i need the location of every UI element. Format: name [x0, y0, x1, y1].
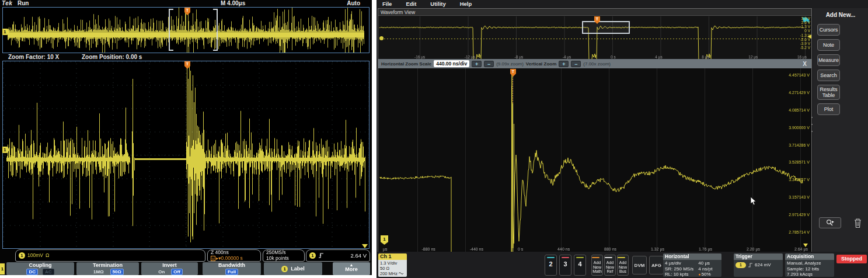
channel-color-strip	[618, 257, 625, 258]
mouse-cursor	[750, 196, 757, 206]
side-panel-buttons: CursorsNoteMeasureSearchResults TablePlo…	[813, 18, 868, 115]
voltage-tick-label: -5.2 V	[800, 46, 810, 50]
h-zoom-label: Horizontal Zoom Scale	[381, 61, 431, 67]
right-zoom-waveform[interactable]	[378, 68, 811, 252]
zoom-bracket-right[interactable]	[213, 9, 218, 51]
side-panel-button[interactable]: Search	[817, 70, 840, 81]
bandwidth-full-chip[interactable]: Full	[225, 269, 238, 275]
zoom-readout: Z 400ns u▸▾0.00000 s	[207, 249, 261, 262]
acq-count: 7.293 kAcqs	[787, 272, 832, 277]
waveform-view-panel: Waveform View T ◀ 3.9 V2.6 V1.3 V0 V-1.3…	[378, 8, 812, 252]
h-scale: 4 μs/div	[665, 260, 693, 266]
trigger-panel[interactable]: Trigger 1 624 mV	[734, 253, 783, 277]
coupling-ac-chip[interactable]: AC	[43, 269, 54, 275]
coupling-button[interactable]: Coupling DC AC	[6, 262, 74, 275]
zoom-position-readout: u▸▾0.00000 s	[211, 256, 243, 262]
trigger-title: Trigger	[734, 253, 783, 260]
h-window: 40 μs	[698, 260, 712, 266]
time-tick-label: 2.64 μs	[794, 247, 808, 251]
menu-item[interactable]: Utility	[430, 1, 445, 7]
acquisition-state: Run	[18, 0, 29, 6]
label-button[interactable]: 1 Label	[264, 262, 322, 275]
zoom-toolbar: Horizontal Zoom Scale 440.00 ns/div + − …	[378, 59, 811, 68]
afg-button[interactable]: AFG	[649, 256, 664, 274]
h-record-length: RL: 10 kpts	[665, 272, 693, 277]
left-oscilloscope-display: Tek Run M 4.00μs Auto 1 T Zoom Factor: 1…	[0, 0, 372, 275]
zoom-info-bar: Zoom Factor: 10 X Zoom Position: 0.00 s	[0, 54, 372, 61]
zoom-mode-button[interactable]	[819, 217, 841, 228]
voltage-tick-label: -3.9 V	[800, 41, 810, 46]
channel-button-4[interactable]: 4	[574, 255, 586, 276]
coupling-dc-chip[interactable]: DC	[26, 269, 38, 275]
acquisition-panel[interactable]: Acquisition Manual, Analyze Sample: 12 b…	[785, 253, 834, 277]
invert-off-chip[interactable]: Off	[171, 269, 183, 275]
menu-item[interactable]: Help	[460, 1, 472, 7]
v-zoom-in-button[interactable]: +	[559, 61, 569, 67]
channel-1-badge-panel[interactable]: Ch 1 1.3 V/div 50 Ω 200 MHz	[378, 253, 407, 277]
overview-voltage-axis: 3.9 V2.6 V1.3 V0 V-1.3 V-2.6 V-3.9 V-5.2…	[800, 16, 810, 50]
button-label: Add New Bus	[619, 260, 627, 273]
v-zoom-out-button[interactable]: −	[571, 61, 581, 67]
trigger-level: 624 mV	[755, 262, 771, 268]
voltage-tick-label: 3.9 V	[801, 16, 810, 20]
add-button-add-new-ref[interactable]: Add New Ref	[604, 255, 616, 276]
button-label: 4	[578, 260, 581, 267]
invert-on-chip[interactable]: On	[156, 269, 166, 274]
trash-icon[interactable]	[853, 218, 862, 228]
trigger-readout: 1 2.64 V	[306, 249, 370, 262]
side-panel-button[interactable]: Plot	[817, 103, 840, 115]
bandwidth-label: Bandwidth	[203, 263, 261, 268]
bandwidth-icon	[399, 272, 403, 275]
side-panel-button[interactable]: Measure	[817, 54, 840, 66]
trigger-mode: Auto	[347, 0, 360, 6]
h-zoom-out-button[interactable]: −	[484, 61, 494, 67]
termination-button[interactable]: Termination 1MΩ 50Ω	[76, 262, 139, 275]
horizontal-panel[interactable]: Horizontal 4 μs/div SR: 250 MS/s RL: 10 …	[663, 253, 721, 277]
tek-logo: Tek	[2, 0, 12, 6]
zoom-bracket-left[interactable]	[169, 9, 173, 51]
right-zoom-window[interactable]: T 4.457143 V4.271429 V4.085714 V3.900000…	[378, 68, 811, 252]
invert-button[interactable]: Invert On Off	[141, 262, 198, 275]
channel-button-2[interactable]: 2	[545, 255, 557, 276]
magnifier-icon	[825, 219, 835, 227]
acquisition-readout: 250MS/s 10k points	[263, 249, 305, 262]
voltage-tick-label: 2.971429 V	[789, 213, 810, 217]
menu-item[interactable]: File	[382, 1, 392, 7]
side-panel-button[interactable]: Note	[817, 39, 840, 51]
channel-color-strip	[562, 257, 569, 258]
button-label: 3	[563, 260, 567, 267]
right-overview-window[interactable]: T ◀	[378, 16, 811, 59]
v-zoom-label: Vertical Zoom	[526, 61, 556, 67]
side-panel-button[interactable]: Cursors	[817, 24, 840, 36]
h-position: ●50%	[698, 272, 712, 277]
bandwidth-button[interactable]: Bandwidth Full	[203, 262, 261, 275]
add-button-add-new-math[interactable]: Add New Math	[591, 255, 603, 276]
time-tick-label: 440 ns	[557, 247, 570, 251]
side-panel-button[interactable]: Results Table	[817, 85, 840, 100]
left-overview-waveform	[3, 8, 369, 53]
add-button-add-new-bus[interactable]: Add New Bus	[617, 255, 629, 276]
time-tick-label: 0 s	[518, 247, 523, 251]
menu-item[interactable]: Edit	[406, 1, 416, 7]
voltage-tick-label: 4.271429 V	[789, 91, 810, 95]
button-label: 2	[549, 260, 552, 267]
dvm-button[interactable]: DVM	[632, 256, 647, 274]
channel-1-badge: 1	[19, 252, 25, 259]
zoom-window-box[interactable]	[582, 21, 630, 34]
record-length: 10k points	[266, 256, 289, 262]
more-button[interactable]: ▲ More	[333, 262, 370, 275]
h-zoom-in-button[interactable]: +	[472, 61, 482, 67]
termination-1m-chip[interactable]: 1MΩ	[92, 269, 106, 274]
button-label: Add New Math	[592, 260, 602, 273]
channel-color-strip	[592, 257, 599, 258]
close-zoom-icon[interactable]: X	[803, 61, 808, 67]
trigger-level: 2.64 V	[351, 253, 367, 259]
stopped-badge[interactable]: Stopped	[836, 255, 867, 263]
right-oscilloscope-display: FileEditUtilityHelp Waveform View T ◀ 3.…	[377, 0, 868, 278]
invert-label: Invert	[141, 263, 198, 268]
termination-50-chip[interactable]: 50Ω	[110, 269, 124, 275]
channel-button-3[interactable]: 3	[559, 255, 571, 276]
v-zoom-percent: (7.00x zoom)	[583, 61, 611, 67]
h-zoom-scale-input[interactable]: 440.00 ns/div	[434, 60, 469, 67]
h-resolution: 4 ns/pt	[698, 266, 712, 272]
